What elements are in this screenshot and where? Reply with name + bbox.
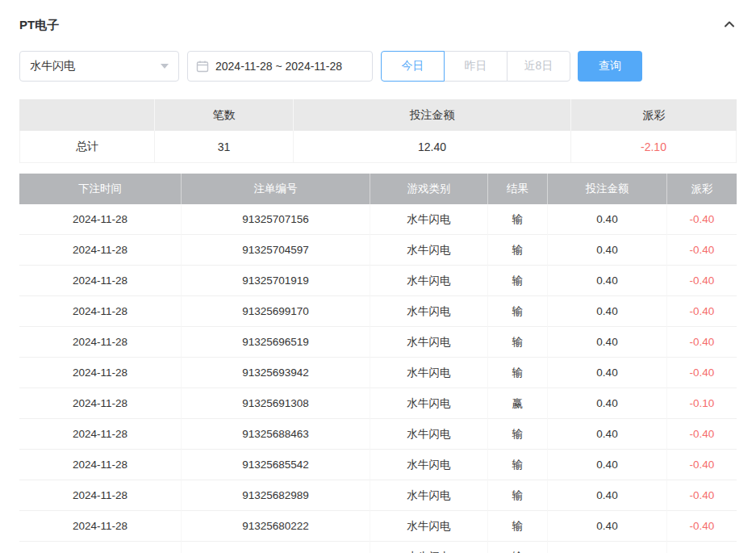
date-range-value: 2024-11-28 ~ 2024-11-28	[215, 60, 342, 73]
cell-payout: -0.10	[667, 388, 737, 419]
cell-bet-time: 2024-11-28	[19, 235, 182, 266]
cell-order-id: 91325685542	[182, 450, 370, 480]
cell-bet-time: 2024-11-28	[19, 327, 182, 358]
cell-order-id	[182, 542, 370, 553]
cell-game-type: 水牛闪电	[370, 511, 488, 542]
search-button[interactable]: 查询	[578, 51, 642, 82]
cell-bet-amount: 0.40	[548, 388, 667, 419]
cell-order-id: 91325699170	[182, 296, 370, 327]
table-row: 2024-11-28 91325704597 水牛闪电 输 0.40 -0.40	[19, 235, 737, 266]
cell-result: 输	[488, 358, 548, 388]
cell-payout: -0.40	[667, 235, 737, 266]
summary-total-bet-amount: 12.40	[294, 131, 571, 163]
summary-total-count: 31	[155, 131, 294, 163]
table-row: 2024-11-28 91325680222 水牛闪电 输 0.40 -0.40	[19, 511, 737, 542]
table-row: 2024-11-28 91325707156 水牛闪电 输 0.40 -0.40	[19, 204, 737, 235]
today-button[interactable]: 今日	[381, 51, 445, 82]
table-row: 2024-11-28 91325693942 水牛闪电 输 0.40 -0.40	[19, 358, 737, 388]
bet-table-header-row: 下注时间 注单编号 游戏类别 结果 投注金额 派彩	[19, 174, 737, 204]
panel-title: PT电子	[19, 18, 59, 33]
cell-order-id: 91325701919	[182, 266, 370, 296]
summary-header-row: 笔数 投注金额 派彩	[19, 99, 737, 131]
cell-bet-time: 2024-11-28	[19, 296, 182, 327]
cell-bet-time: 2024-11-28	[19, 480, 182, 511]
cell-order-id: 91325693942	[182, 358, 370, 388]
cell-game-type: 水牛闪电	[370, 204, 488, 235]
cell-bet-time: 2024-11-28	[19, 511, 182, 542]
header-bet-time: 下注时间	[19, 174, 182, 204]
header-order-id: 注单编号	[182, 174, 370, 204]
cell-payout: -0.40	[667, 542, 737, 553]
summary-header-bet-amount: 投注金额	[294, 99, 571, 131]
cell-bet-amount: 0.40	[548, 480, 667, 511]
cell-bet-amount: 0.40	[548, 235, 667, 266]
cell-result: 输	[488, 480, 548, 511]
cell-game-type: 水牛闪电	[370, 419, 488, 450]
summary-total-payout: -2.10	[571, 131, 737, 163]
cell-bet-amount: 0.40	[548, 327, 667, 358]
cell-bet-time: 2024-11-28	[19, 419, 182, 450]
cell-payout: -0.40	[667, 358, 737, 388]
summary-table: 笔数 投注金额 派彩 总计 31 12.40 -2.10	[19, 99, 737, 163]
cell-payout: -0.40	[667, 204, 737, 235]
table-row: 2024-11-28 91325691308 水牛闪电 赢 0.40 -0.10	[19, 388, 737, 419]
cell-bet-amount: 0.40	[548, 419, 667, 450]
cell-game-type: 水牛闪电	[370, 358, 488, 388]
table-row: 2024-11-28 91325696519 水牛闪电 输 0.40 -0.40	[19, 327, 737, 358]
cell-game-type: 水牛闪电	[370, 450, 488, 480]
table-row: 2024-11-28 91325682989 水牛闪电 输 0.40 -0.40	[19, 480, 737, 511]
cell-bet-time: 2024-11-28	[19, 358, 182, 388]
cell-result: 输	[488, 204, 548, 235]
cell-game-type: 水牛闪电	[370, 480, 488, 511]
cell-result: 输	[488, 266, 548, 296]
cell-game-type: 水牛闪电	[370, 388, 488, 419]
cell-result: 输	[488, 542, 548, 553]
header-payout: 派彩	[667, 174, 737, 204]
cell-game-type: 水牛闪电	[370, 542, 488, 553]
header-result: 结果	[488, 174, 548, 204]
bet-table-body: 2024-11-28 91325707156 水牛闪电 输 0.40 -0.40…	[19, 204, 737, 553]
cell-bet-amount: 0.40	[548, 511, 667, 542]
summary-header-blank	[19, 99, 155, 131]
cell-order-id: 91325680222	[182, 511, 370, 542]
panel-header: PT电子	[19, 13, 737, 37]
summary-total-label: 总计	[19, 131, 155, 163]
last-8-days-button[interactable]: 近8日	[507, 51, 570, 82]
game-select-value: 水牛闪电	[30, 59, 75, 73]
cell-order-id: 91325688463	[182, 419, 370, 450]
cell-result: 赢	[488, 388, 548, 419]
cell-bet-time: 2024-11-28	[19, 542, 182, 553]
summary-total-row: 总计 31 12.40 -2.10	[19, 131, 737, 163]
yesterday-button[interactable]: 昨日	[444, 51, 507, 82]
cell-order-id: 91325696519	[182, 327, 370, 358]
cell-result: 输	[488, 511, 548, 542]
cell-payout: -0.40	[667, 419, 737, 450]
table-row: 2024-11-28 91325699170 水牛闪电 输 0.40 -0.40	[19, 296, 737, 327]
collapse-button[interactable]	[722, 17, 737, 34]
table-row: 2024-11-28 91325688463 水牛闪电 输 0.40 -0.40	[19, 419, 737, 450]
cell-bet-amount: 0.40	[548, 296, 667, 327]
date-range-input[interactable]: 2024-11-28 ~ 2024-11-28	[187, 51, 373, 82]
cell-result: 输	[488, 327, 548, 358]
cell-bet-time: 2024-11-28	[19, 204, 182, 235]
table-row: 2024-11-28 91325701919 水牛闪电 输 0.40 -0.40	[19, 266, 737, 296]
cell-game-type: 水牛闪电	[370, 235, 488, 266]
chevron-up-icon	[722, 17, 737, 34]
chevron-down-icon	[161, 64, 169, 69]
cell-bet-time: 2024-11-28	[19, 388, 182, 419]
cell-payout: -0.40	[667, 296, 737, 327]
cell-payout: -0.40	[667, 480, 737, 511]
cell-result: 输	[488, 235, 548, 266]
cell-game-type: 水牛闪电	[370, 327, 488, 358]
cell-bet-amount: 0.40	[548, 204, 667, 235]
quick-range-group: 今日 昨日 近8日	[381, 51, 570, 82]
filter-bar: 水牛闪电 2024-11-28 ~ 2024-11-28 今日 昨日 近8日 查…	[19, 51, 737, 82]
cell-order-id: 91325704597	[182, 235, 370, 266]
game-select[interactable]: 水牛闪电	[19, 51, 179, 82]
cell-bet-amount: 0.40	[548, 358, 667, 388]
cell-result: 输	[488, 296, 548, 327]
cell-bet-time: 2024-11-28	[19, 450, 182, 480]
cell-bet-amount: 0.40	[548, 266, 667, 296]
cell-bet-amount: 0.40	[548, 450, 667, 480]
cell-payout: -0.40	[667, 511, 737, 542]
